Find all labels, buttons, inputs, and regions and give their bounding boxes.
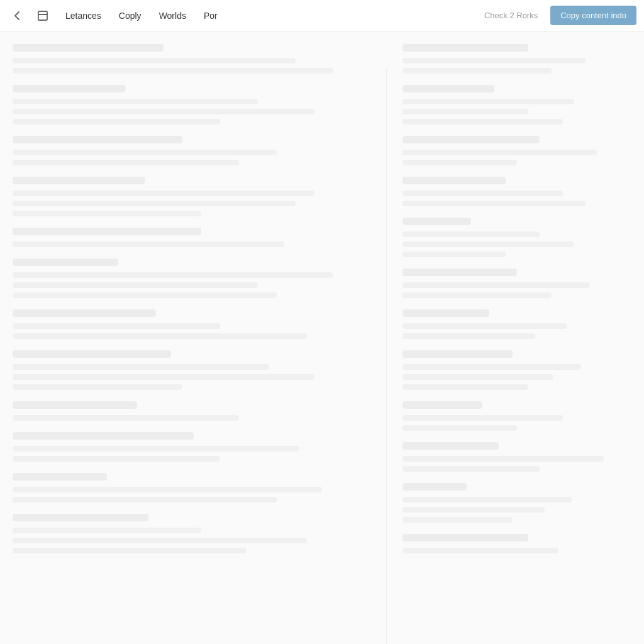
skeleton-line [13, 191, 314, 196]
content-group-7 [13, 309, 390, 339]
skeleton-line [13, 333, 307, 339]
skeleton-line [402, 160, 517, 165]
skeleton-line [402, 231, 540, 237]
skeleton-line [402, 333, 535, 339]
skeleton-line [13, 415, 239, 421]
skeleton-heading [13, 309, 156, 317]
skeleton-line [402, 548, 558, 553]
skeleton-heading [402, 136, 540, 143]
skeleton-line [13, 242, 284, 247]
content-group-3 [13, 136, 390, 165]
content-group-10 [13, 432, 390, 462]
right-group-8 [402, 350, 631, 390]
skeleton-line [13, 99, 258, 104]
skeleton-heading [13, 401, 137, 409]
skeleton-heading [13, 432, 194, 440]
skeleton-heading [402, 44, 528, 52]
skeleton-line [13, 538, 307, 543]
skeleton-line [402, 384, 528, 390]
left-column [13, 44, 390, 565]
content-group-4 [13, 177, 390, 216]
right-group-3 [402, 136, 631, 165]
content-group-1 [13, 44, 390, 74]
skeleton-heading [13, 514, 148, 521]
skeleton-line [402, 415, 563, 421]
skeleton-heading [402, 483, 467, 491]
main-content [0, 31, 644, 644]
skeleton-line [13, 497, 277, 502]
skeleton-heading [402, 534, 528, 541]
skeleton-line [13, 272, 333, 278]
skeleton-line [402, 323, 567, 329]
content-group-9 [13, 401, 390, 421]
skeleton-line [402, 282, 590, 288]
layout-button[interactable] [33, 6, 53, 26]
skeleton-line [402, 497, 572, 502]
skeleton-line [13, 487, 322, 492]
right-group-9 [402, 401, 631, 431]
skeleton-heading [402, 309, 489, 317]
nav-link-worlds[interactable]: Worlds [152, 7, 194, 25]
skeleton-line [402, 507, 545, 513]
skeleton-heading [13, 44, 164, 52]
right-group-2 [402, 85, 631, 125]
content-group-6 [13, 258, 390, 298]
right-group-4 [402, 177, 631, 206]
skeleton-line [402, 242, 574, 247]
skeleton-line [13, 211, 201, 216]
skeleton-line [402, 292, 552, 298]
skeleton-heading [13, 177, 145, 184]
skeleton-line [13, 201, 296, 206]
skeleton-line [13, 58, 296, 64]
content-group-5 [13, 228, 390, 247]
skeleton-line [402, 456, 604, 462]
skeleton-line [402, 119, 563, 125]
navbar: Letances Coply Worlds Por Check 2 Rorks … [0, 0, 644, 31]
right-group-12 [402, 534, 631, 553]
right-group-5 [402, 218, 631, 257]
skeleton-line [402, 68, 552, 74]
skeleton-heading [402, 350, 513, 358]
skeleton-line [13, 323, 220, 329]
skeleton-heading [402, 442, 499, 450]
nav-link-letances[interactable]: Letances [58, 7, 109, 25]
content-group-11 [13, 473, 390, 502]
skeleton-line [13, 68, 333, 74]
skeleton-line [402, 517, 513, 523]
copy-content-button[interactable]: Copy content indo [550, 6, 636, 25]
skeleton-line [13, 119, 220, 125]
skeleton-heading [402, 85, 494, 92]
skeleton-line [402, 425, 517, 431]
skeleton-line [13, 282, 258, 288]
nav-link-por[interactable]: Por [196, 7, 225, 25]
content-group-2 [13, 85, 390, 125]
skeleton-line [402, 150, 597, 155]
skeleton-heading [13, 85, 126, 92]
skeleton-line [402, 466, 540, 472]
right-group-7 [402, 309, 631, 339]
right-group-6 [402, 269, 631, 298]
right-group-10 [402, 442, 631, 472]
right-group-1 [402, 44, 631, 74]
skeleton-line [402, 364, 581, 370]
skeleton-line [13, 150, 277, 155]
check-rorks-button[interactable]: Check 2 Rorks [478, 7, 544, 24]
svg-rect-0 [38, 11, 47, 20]
skeleton-line [402, 99, 574, 104]
nav-link-coply[interactable]: Coply [111, 7, 149, 25]
skeleton-line [13, 446, 299, 452]
skeleton-line [13, 456, 220, 462]
skeleton-heading [402, 401, 482, 409]
skeleton-line [13, 528, 201, 533]
skeleton-line [13, 548, 247, 553]
skeleton-heading [13, 258, 118, 266]
right-group-11 [402, 483, 631, 523]
nav-right: Check 2 Rorks Copy content indo [478, 6, 636, 25]
skeleton-heading [13, 228, 201, 235]
content-group-8 [13, 350, 390, 390]
back-button[interactable] [8, 6, 28, 26]
skeleton-line [402, 58, 586, 64]
skeleton-line [13, 109, 314, 114]
skeleton-line [402, 252, 506, 257]
skeleton-line [13, 364, 269, 370]
